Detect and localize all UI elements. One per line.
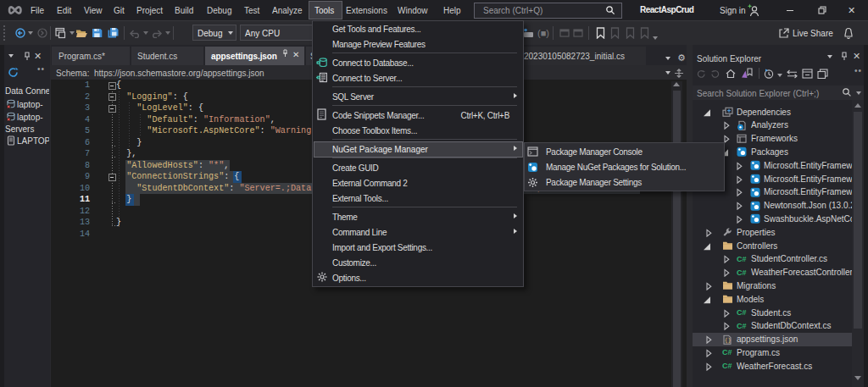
- svg-text:{}: {}: [724, 337, 731, 344]
